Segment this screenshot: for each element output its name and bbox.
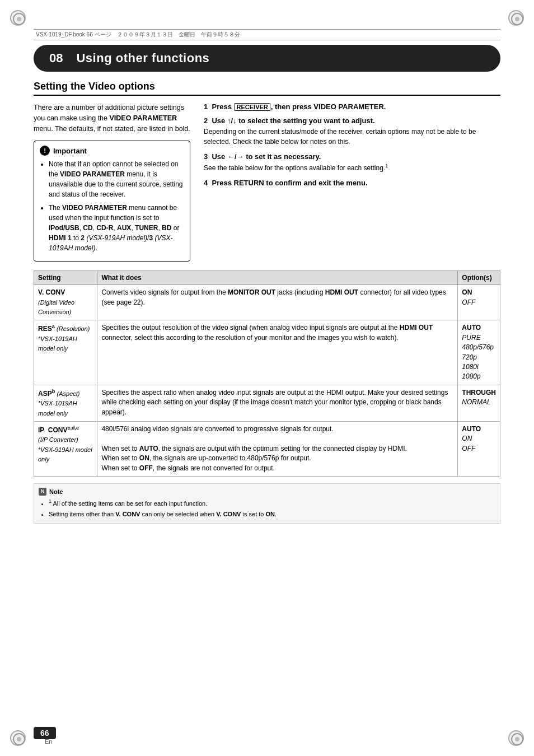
- page-lang: En: [45, 738, 52, 745]
- two-col-layout: There are a number of additional picture…: [34, 102, 500, 262]
- col-header-what: What it does: [97, 271, 458, 285]
- asp-options: THROUGH NORMAL: [458, 385, 500, 421]
- setting-vconv: V. CONV (Digital Video Conversion): [34, 285, 97, 320]
- page-number: 66: [34, 727, 56, 739]
- important-box: ! Important Note that if an option canno…: [34, 141, 190, 262]
- setting-ipconv: IP CONVc,d,e (I/P Converter) *VSX-919AH …: [34, 421, 97, 476]
- corner-decoration-br: [508, 730, 524, 746]
- step-2-body: Depending on the current status/mode of …: [204, 127, 500, 147]
- step-4: 4 Press RETURN to confirm and exit the m…: [204, 179, 500, 187]
- svg-point-7: [515, 737, 519, 741]
- svg-point-3: [515, 17, 519, 21]
- settings-table: Setting What it does Option(s) V. CONV (…: [34, 270, 500, 477]
- step-1: 1 Press RECEIVER, then press VIDEO PARAM…: [204, 102, 500, 111]
- important-item-2: The VIDEO PARAMETER menu cannot be used …: [49, 203, 184, 253]
- note-section: N Note 1 All of the setting items can be…: [34, 483, 500, 524]
- step-2: 2 Use ↑/↓ to select the setting you want…: [204, 116, 500, 147]
- important-label: Important: [53, 147, 87, 155]
- ipconv-description: 480i/576i analog video signals are conve…: [97, 421, 458, 476]
- intro-paragraph: There are a number of additional picture…: [34, 102, 190, 134]
- corner-decoration-bl: [10, 730, 26, 746]
- main-content: Setting the Video options There are a nu…: [34, 81, 500, 711]
- chapter-number: 08: [45, 51, 67, 66]
- note-list: 1 All of the setting items can be set fo…: [39, 498, 495, 519]
- vconv-options: ON OFF: [458, 285, 500, 320]
- note-title: N Note: [39, 487, 495, 497]
- right-column: 1 Press RECEIVER, then press VIDEO PARAM…: [204, 102, 500, 262]
- note-item-1: 1 All of the setting items can be set fo…: [49, 498, 495, 508]
- step-1-title: 1 Press RECEIVER, then press VIDEO PARAM…: [204, 102, 500, 111]
- step-3: 3 Use ←/→ to set it as necessary. See th…: [204, 152, 500, 173]
- important-title: ! Important: [40, 146, 184, 156]
- setting-res: RESa (Resolution) *VSX-1019AH model only: [34, 320, 97, 385]
- table-row-vconv: V. CONV (Digital Video Conversion) Conve…: [34, 285, 500, 320]
- important-icon: !: [40, 146, 50, 156]
- step-3-body: See the table below for the options avai…: [204, 162, 500, 173]
- col-header-options: Option(s): [458, 271, 500, 285]
- section-title: Setting the Video options: [34, 81, 500, 96]
- important-item-1: Note that if an option cannot be selecte…: [49, 159, 184, 199]
- corner-decoration-tl: [10, 10, 26, 26]
- important-list: Note that if an option cannot be selecte…: [40, 159, 184, 253]
- step-4-title: 4 Press RETURN to confirm and exit the m…: [204, 179, 500, 187]
- col-header-setting: Setting: [34, 271, 97, 285]
- table-row-res: RESa (Resolution) *VSX-1019AH model only…: [34, 320, 500, 385]
- vconv-description: Converts video signals for output from t…: [97, 285, 458, 320]
- note-icon: N: [39, 488, 46, 496]
- svg-point-1: [17, 17, 21, 21]
- meta-text: VSX-1019_DF.book 66 ページ ２００９年３月１３日 金曜日 午…: [36, 31, 240, 39]
- left-column: There are a number of additional picture…: [34, 102, 190, 262]
- step-2-title: 2 Use ↑/↓ to select the setting you want…: [204, 116, 500, 125]
- meta-bar: VSX-1019_DF.book 66 ページ ２００９年３月１３日 金曜日 午…: [34, 29, 500, 40]
- note-item-2: Setting items other than V. CONV can onl…: [49, 510, 495, 519]
- table-row-ipconv: IP CONVc,d,e (I/P Converter) *VSX-919AH …: [34, 421, 500, 476]
- chapter-header: 08 Using other functions: [34, 45, 500, 72]
- note-label: Note: [49, 487, 63, 497]
- corner-decoration-tr: [508, 10, 524, 26]
- chapter-title: Using other functions: [76, 51, 209, 66]
- res-options: AUTO PURE 480p/576p 720p 1080i 1080p: [458, 320, 500, 385]
- svg-point-5: [17, 737, 21, 741]
- table-row-asp: ASPb (Aspect) *VSX-1019AH model only Spe…: [34, 385, 500, 421]
- asp-description: Specifies the aspect ratio when analog v…: [97, 385, 458, 421]
- setting-asp: ASPb (Aspect) *VSX-1019AH model only: [34, 385, 97, 421]
- step-3-title: 3 Use ←/→ to set it as necessary.: [204, 152, 500, 161]
- res-description: Specifies the output resolution of the v…: [97, 320, 458, 385]
- ipconv-options: AUTO ON OFF: [458, 421, 500, 476]
